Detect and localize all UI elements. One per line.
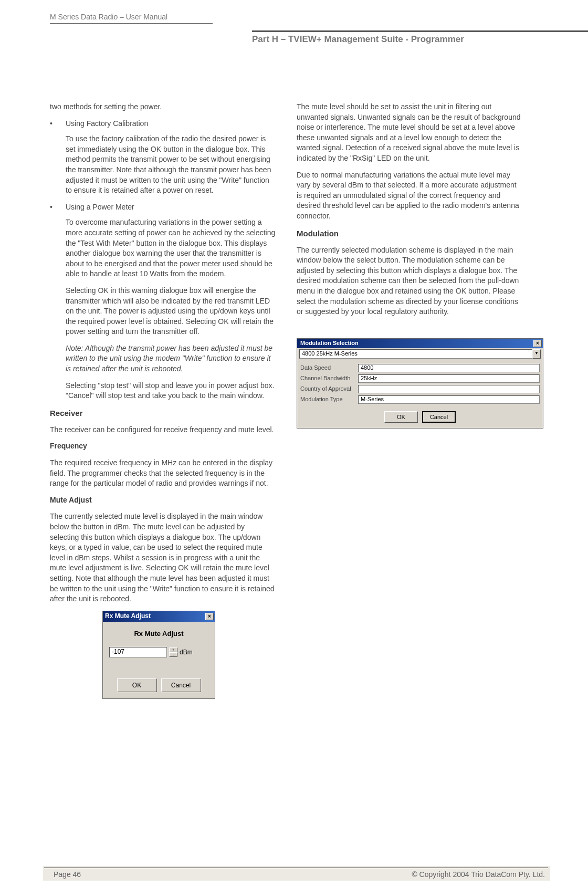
- rx-mute-dialog: Rx Mute Adjust × Rx Mute Adjust -107 + -…: [102, 611, 215, 699]
- mod-dialog-title: Modulation Selection: [300, 339, 359, 347]
- chevron-down-icon[interactable]: ▼: [532, 349, 541, 359]
- header-left: M Series Data Radio – User Manual: [50, 13, 213, 24]
- close-icon[interactable]: ×: [533, 340, 542, 347]
- page-number: Page 46: [44, 870, 81, 879]
- right-p2: Due to normal manufacturing variations t…: [297, 170, 522, 222]
- rx-dialog-title: Rx Mute Adjust: [105, 612, 151, 621]
- bullet-2-body-1: To overcome manufacturing variations in …: [66, 217, 276, 279]
- mute-adjust-heading: Mute Adjust: [50, 495, 276, 506]
- bullet-1-title: Using Factory Calibration: [66, 119, 276, 129]
- rx-mute-spinner[interactable]: + -: [169, 647, 177, 657]
- modulation-type-label: Modulation Type: [300, 395, 358, 403]
- modulation-heading: Modulation: [297, 228, 522, 239]
- header-right: Part H – TVIEW+ Management Suite - Progr…: [252, 30, 588, 45]
- bullet-2-title: Using a Power Meter: [66, 202, 276, 213]
- frequency-heading: Frequency: [50, 441, 276, 452]
- copyright: © Copyright 2004 Trio DataCom Pty. Ltd.: [412, 870, 548, 879]
- bullet-icon: •: [50, 119, 66, 129]
- ok-button[interactable]: OK: [384, 411, 418, 423]
- rx-mute-unit: dBm: [180, 648, 193, 657]
- rx-dialog-titlebar[interactable]: Rx Mute Adjust ×: [103, 611, 215, 622]
- rx-dialog-body-title: Rx Mute Adjust: [109, 629, 208, 639]
- cancel-button[interactable]: Cancel: [422, 411, 456, 423]
- right-p1: The mute level should be set to assist t…: [297, 102, 522, 164]
- country-approval-field[interactable]: [358, 385, 540, 393]
- mod-dialog-titlebar[interactable]: Modulation Selection ×: [297, 339, 543, 348]
- left-column: two methods for setting the power. • Usi…: [50, 102, 276, 699]
- channel-bandwidth-field[interactable]: 25kHz: [358, 374, 540, 383]
- rx-mute-value-input[interactable]: -107: [109, 647, 167, 657]
- footer: Page 46 © Copyright 2004 Trio DataCom Pt…: [44, 868, 548, 879]
- bullet-2-note: Note: Although the transmit power has be…: [66, 343, 276, 374]
- close-icon[interactable]: ×: [205, 613, 214, 620]
- data-speed-field[interactable]: 4800: [358, 364, 540, 372]
- modulation-dropdown[interactable]: 4800 25kHz M-Series: [299, 349, 532, 359]
- frequency-body: The required receive frequency in MHz ca…: [50, 458, 276, 489]
- modulation-dialog: Modulation Selection × 4800 25kHz M-Seri…: [297, 338, 543, 429]
- bullet-icon: •: [50, 202, 66, 213]
- mute-adjust-body: The currently selected mute level is dis…: [50, 511, 276, 604]
- data-speed-label: Data Speed: [300, 364, 358, 372]
- bullet-2-body-3: Selecting "stop test" will stop and leav…: [66, 381, 276, 401]
- ok-button[interactable]: OK: [117, 678, 157, 692]
- country-approval-label: Country of Approval: [300, 385, 358, 393]
- modulation-body: The currently selected modulation scheme…: [297, 245, 522, 317]
- bullet-2-body-2: Selecting OK in this warning dialogue bo…: [66, 286, 276, 337]
- channel-bandwidth-label: Channel Bandwidth: [300, 374, 358, 382]
- modulation-type-field[interactable]: M-Series: [358, 395, 540, 404]
- receiver-body: The receiver can be configured for recei…: [50, 425, 276, 435]
- spinner-down-icon[interactable]: -: [169, 652, 177, 657]
- spinner-up-icon[interactable]: +: [169, 647, 177, 652]
- bullet-1-body: To use the factory calibration of the ra…: [66, 134, 276, 196]
- receiver-heading: Receiver: [50, 408, 276, 419]
- right-column: The mute level should be set to assist t…: [297, 102, 522, 699]
- intro-text: two methods for setting the power.: [50, 102, 276, 112]
- cancel-button[interactable]: Cancel: [161, 678, 201, 692]
